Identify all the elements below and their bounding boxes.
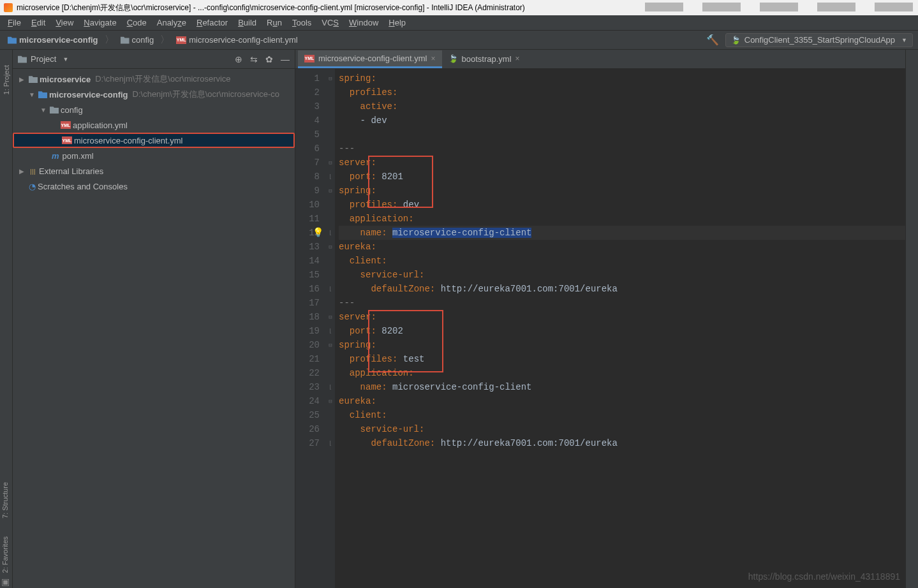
tree-node-client-yml[interactable]: microservice-config-client.yml [13, 133, 295, 148]
folder-icon [29, 75, 38, 83]
breadcrumb-folder[interactable]: config [118, 34, 157, 46]
tree-node-config-module[interactable]: microservice-config D:\chenjm\开发信息\ocr\m… [13, 87, 295, 102]
editor-panel: microservice-config-client.yml × 🍃 boots… [295, 50, 905, 588]
menu-refactor[interactable]: Refactor [191, 17, 233, 29]
yml-icon [62, 136, 72, 144]
panel-title: Project [31, 54, 56, 64]
navigation-bar: microservice-config 〉 config 〉 microserv… [0, 31, 918, 50]
tree-node-root[interactable]: microservice D:\chenjm\开发信息\ocr\microser… [13, 71, 295, 87]
tool-structure-tab[interactable]: 7: Structure [0, 480, 13, 521]
run-config-selector[interactable]: 🍃 ConfigClient_3355_StartSpringCloudApp … [725, 33, 913, 47]
breadcrumb-module-label: microservice-config [19, 35, 98, 45]
panel-icon [18, 55, 27, 63]
project-panel-header: Project ▼ ⊕ ⇆ ✿ — [13, 50, 295, 69]
menu-analyze[interactable]: Analyze [152, 17, 191, 29]
breadcrumbs: microservice-config 〉 config 〉 microserv… [5, 34, 300, 46]
app-icon [4, 3, 13, 12]
tree-node-external-libs[interactable]: ⫼ External Libraries [13, 163, 295, 179]
yml-icon [61, 121, 71, 129]
tool-project-tab[interactable]: 1: Project [3, 62, 10, 97]
fold-strip: ⊟⊟⌊⊟⌊⊟⌊⊟⌊⊟⌊⊟⌊ [326, 69, 335, 588]
breadcrumb-file[interactable]: microservice-config-client.yml [174, 34, 300, 46]
chevron-down-icon[interactable]: ▼ [63, 56, 68, 62]
project-panel: Project ▼ ⊕ ⇆ ✿ — microservice D:\chenjm… [13, 50, 295, 588]
settings-icon[interactable]: ✿ [265, 54, 273, 64]
side-tabs-bottom: 2: Favorites 7: Structure [0, 480, 13, 575]
menu-bar: File Edit View Navigate Code Analyze Ref… [0, 15, 918, 31]
module-icon [8, 36, 17, 44]
code-area[interactable]: spring: profiles: active: - dev --- serv… [335, 69, 905, 588]
build-icon[interactable]: 🔨 [706, 34, 719, 46]
menu-vcs[interactable]: VCS [316, 17, 344, 29]
module-icon [38, 91, 47, 98]
line-number-gutter: 1234567891011121314151617181920212223242… [295, 69, 326, 588]
menu-tools[interactable]: Tools [287, 17, 316, 29]
intention-bulb-icon[interactable]: 💡 [313, 226, 323, 240]
right-tool-strip [905, 50, 918, 588]
tool-window-toggle-icon[interactable]: ▣ [1, 577, 10, 587]
tree-node-scratches[interactable]: ◔ Scratches and Consoles [13, 179, 295, 194]
spring-icon: 🍃 [731, 36, 741, 45]
tree-node-config-folder[interactable]: config [13, 102, 295, 117]
folder-icon [121, 36, 130, 44]
taskbar-items [645, 3, 913, 11]
hide-icon[interactable]: — [281, 54, 290, 64]
breadcrumb-module[interactable]: microservice-config [5, 34, 101, 46]
collapse-icon[interactable]: ⇆ [250, 54, 258, 64]
breadcrumb-file-label: microservice-config-client.yml [189, 35, 297, 45]
breadcrumb-sep: 〉 [160, 34, 170, 46]
tree-node-application-yml[interactable]: application.yml [13, 117, 295, 133]
close-icon[interactable]: × [515, 54, 520, 63]
project-tree: microservice D:\chenjm\开发信息\ocr\microser… [13, 69, 295, 196]
breadcrumb-folder-label: config [132, 35, 154, 45]
locate-icon[interactable]: ⊕ [235, 54, 242, 64]
menu-build[interactable]: Build [233, 17, 262, 29]
window-title-bar: microservice [D:\chenjm\开发信息\ocr\microse… [0, 0, 918, 15]
tab-client-yml[interactable]: microservice-config-client.yml × [298, 50, 442, 68]
library-icon: ⫼ [29, 166, 37, 176]
spring-icon: 🍃 [448, 54, 458, 63]
close-icon[interactable]: × [431, 54, 435, 63]
scratch-icon: ◔ [29, 182, 36, 191]
yml-icon [304, 55, 315, 62]
editor-tabs: microservice-config-client.yml × 🍃 boots… [295, 50, 905, 69]
tree-node-pom[interactable]: m pom.xml [13, 148, 295, 163]
run-config-label: ConfigClient_3355_StartSpringCloudApp [744, 35, 895, 45]
tab-label: microservice-config-client.yml [318, 54, 427, 63]
menu-code[interactable]: Code [122, 17, 152, 29]
watermark: https://blog.csdn.net/weixin_43118891 [748, 571, 900, 582]
window-title: microservice [D:\chenjm\开发信息\ocr\microse… [17, 3, 525, 13]
chevron-down-icon: ▼ [901, 37, 907, 43]
breadcrumb-sep: 〉 [105, 34, 114, 46]
menu-window[interactable]: Window [344, 17, 383, 29]
tool-favorites-tab[interactable]: 2: Favorites [0, 534, 13, 575]
menu-view[interactable]: View [50, 17, 78, 29]
menu-navigate[interactable]: Navigate [78, 17, 121, 29]
menu-run[interactable]: Run [262, 17, 287, 29]
tab-bootstrap-yml[interactable]: 🍃 bootstrap.yml × [442, 50, 526, 68]
menu-help[interactable]: Help [383, 17, 411, 29]
menu-file[interactable]: File [3, 17, 26, 29]
maven-icon: m [52, 151, 59, 161]
editor-body[interactable]: 1234567891011121314151617181920212223242… [295, 69, 905, 588]
yml-icon [176, 36, 186, 44]
tab-label: bootstrap.yml [462, 54, 512, 64]
folder-icon [50, 106, 59, 114]
menu-edit[interactable]: Edit [26, 17, 50, 29]
